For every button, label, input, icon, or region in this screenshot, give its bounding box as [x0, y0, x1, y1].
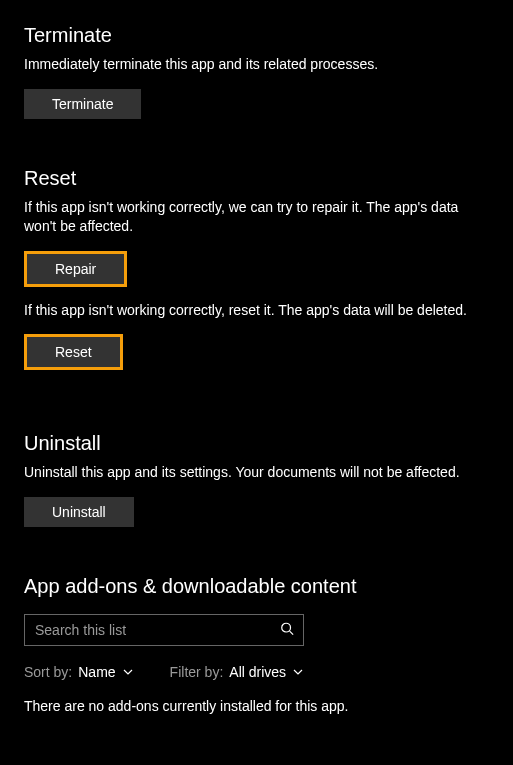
addons-empty-text: There are no add-ons currently installed…: [24, 698, 489, 714]
reset-title: Reset: [24, 167, 489, 190]
sort-value: Name: [78, 664, 115, 680]
filter-row: Sort by: Name Filter by: All drives: [24, 664, 489, 680]
uninstall-section: Uninstall Uninstall this app and its set…: [24, 432, 489, 527]
repair-description: If this app isn't working correctly, we …: [24, 198, 489, 237]
repair-button[interactable]: Repair: [27, 254, 124, 284]
repair-highlight: Repair: [24, 251, 127, 287]
addons-title: App add-ons & downloadable content: [24, 575, 489, 598]
uninstall-description: Uninstall this app and its settings. You…: [24, 463, 489, 483]
filter-by-dropdown[interactable]: Filter by: All drives: [170, 664, 304, 680]
reset-button[interactable]: Reset: [27, 337, 120, 367]
terminate-description: Immediately terminate this app and its r…: [24, 55, 489, 75]
filter-label: Filter by:: [170, 664, 224, 680]
search-container: [24, 614, 304, 646]
terminate-title: Terminate: [24, 24, 489, 47]
chevron-down-icon: [292, 666, 304, 678]
filter-value: All drives: [229, 664, 286, 680]
reset-description: If this app isn't working correctly, res…: [24, 301, 489, 321]
addons-section: App add-ons & downloadable content Sort …: [24, 575, 489, 714]
search-input[interactable]: [24, 614, 304, 646]
sort-by-dropdown[interactable]: Sort by: Name: [24, 664, 134, 680]
reset-section: Reset If this app isn't working correctl…: [24, 167, 489, 385]
chevron-down-icon: [122, 666, 134, 678]
terminate-section: Terminate Immediately terminate this app…: [24, 24, 489, 119]
uninstall-button[interactable]: Uninstall: [24, 497, 134, 527]
reset-highlight: Reset: [24, 334, 123, 370]
sort-label: Sort by:: [24, 664, 72, 680]
uninstall-title: Uninstall: [24, 432, 489, 455]
terminate-button[interactable]: Terminate: [24, 89, 141, 119]
